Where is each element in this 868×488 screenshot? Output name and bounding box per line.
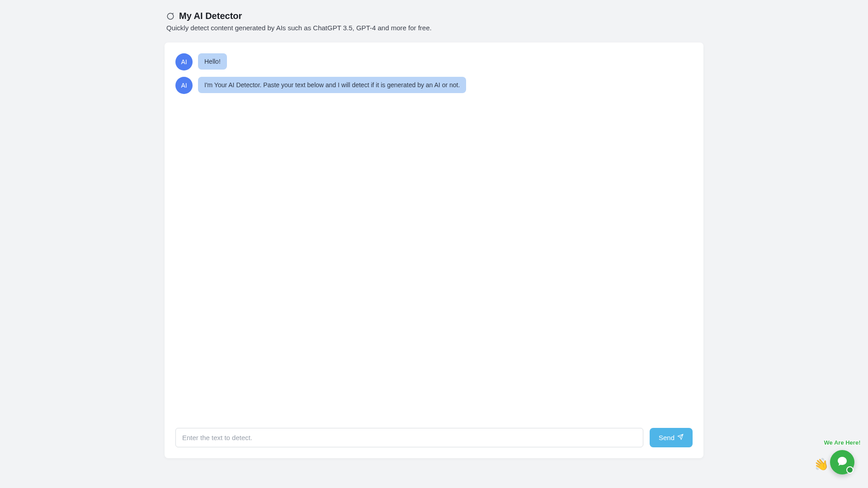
sparkle-icon [166,12,175,20]
message-row: AI I'm Your AI Detector. Paste your text… [175,77,693,94]
chat-button-wrap: We Are Here! [830,450,854,474]
support-chat-button[interactable] [830,450,854,474]
support-chat-widget: 👋 We Are Here! [814,450,854,474]
page-subtitle: Quickly detect content generated by AIs … [166,24,703,32]
page-header: My AI Detector Quickly detect content ge… [165,11,703,32]
ai-avatar: AI [175,53,193,70]
chat-badge: We Are Here! [824,439,861,446]
wave-hand-icon: 👋 [812,456,830,473]
message-row: AI Hello! [175,53,693,70]
send-button[interactable]: Send [650,428,693,447]
send-button-label: Send [659,434,675,441]
message-bubble: Hello! [198,53,227,70]
messages-list: AI Hello! AI I'm Your AI Detector. Paste… [175,53,693,422]
page-title: My AI Detector [179,11,242,21]
chat-bubble-icon [837,456,848,469]
ai-avatar: AI [175,77,193,94]
message-bubble: I'm Your AI Detector. Paste your text be… [198,77,466,93]
detect-text-input[interactable] [175,428,643,447]
header-title-row: My AI Detector [166,11,703,21]
input-row: Send [175,428,693,447]
send-icon [677,434,684,441]
chat-panel: AI Hello! AI I'm Your AI Detector. Paste… [165,42,703,458]
